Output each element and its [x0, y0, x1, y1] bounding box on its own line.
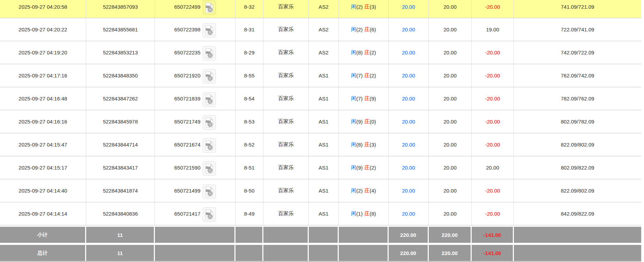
- round-number: 650721417: [174, 211, 200, 217]
- table-row[interactable]: 2025-09-27 04:20:58 522843857093 6507224…: [0, 0, 641, 18]
- order-number: 522843857093: [86, 0, 155, 18]
- table-name: AS1: [309, 133, 339, 156]
- video-replay-icon: [205, 163, 214, 174]
- round-cell: 650722499: [155, 0, 235, 18]
- bet-amount-link[interactable]: 20.00: [389, 18, 429, 41]
- player-score: (8): [356, 50, 362, 55]
- bet-time: 2025-09-27 04:14:40: [0, 179, 86, 202]
- video-replay-button[interactable]: [203, 92, 216, 107]
- table-row[interactable]: 2025-09-27 04:19:20 522843853213 6507222…: [0, 41, 641, 64]
- bet-time: 2025-09-27 04:15:47: [0, 133, 86, 156]
- player-score: (2): [356, 27, 362, 32]
- player-label: 闲: [351, 72, 356, 79]
- order-number: 522843845978: [86, 110, 155, 133]
- player-label: 闲: [351, 187, 356, 194]
- win-loss: -20.00: [472, 41, 514, 64]
- game-result: 闲(7)庄(9): [339, 87, 389, 110]
- video-replay-button[interactable]: [203, 207, 216, 222]
- valid-bet: 20.00: [429, 156, 472, 179]
- bet-amount-link[interactable]: 20.00: [389, 133, 429, 156]
- table-row[interactable]: 2025-09-27 04:15:47 522843844714 6507216…: [0, 133, 641, 156]
- table-round: 8-52: [235, 133, 263, 156]
- game-result: 闲(2)庄(4): [339, 179, 389, 202]
- table-row[interactable]: 2025-09-27 04:17:16 522843848350 6507219…: [0, 64, 641, 87]
- banker-score: (0): [370, 119, 376, 125]
- total-win-loss: -141.00: [472, 245, 514, 261]
- valid-bet: 20.00: [429, 87, 472, 110]
- table-row[interactable]: 2025-09-27 04:15:17 522843843417 6507215…: [0, 156, 641, 179]
- banker-score: (3): [370, 142, 376, 148]
- table-round: 8-51: [235, 156, 263, 179]
- bet-amount-link[interactable]: 20.00: [389, 0, 429, 18]
- bet-records-table: 2025-09-27 04:20:58 522843857093 6507224…: [0, 0, 641, 262]
- bet-amount-link[interactable]: 20.00: [389, 64, 429, 87]
- bet-amount-link[interactable]: 20.00: [389, 110, 429, 133]
- balance-before-after: 802.09/822.09: [514, 156, 641, 179]
- table-name: AS2: [309, 18, 339, 41]
- valid-bet: 20.00: [429, 133, 472, 156]
- subtotal-win-loss: -141.00: [472, 227, 514, 243]
- round-cell: 650721674: [155, 133, 235, 156]
- table-row[interactable]: 2025-09-27 04:14:14 522843840836 6507214…: [0, 202, 641, 225]
- player-score: (8): [356, 142, 362, 148]
- subtotal-label: 小计: [0, 227, 86, 243]
- subtotal-row: 小计 11 220.00 220.00 -141.00: [0, 227, 641, 243]
- total-valid-bet: 220.00: [429, 245, 472, 261]
- video-replay-button[interactable]: [203, 69, 216, 84]
- win-loss: -20.00: [472, 87, 514, 110]
- table-row[interactable]: 2025-09-27 04:16:16 522843845978 6507217…: [0, 110, 641, 133]
- win-loss: -20.00: [472, 0, 514, 18]
- bet-amount-link[interactable]: 20.00: [389, 156, 429, 179]
- bet-time: 2025-09-27 04:15:17: [0, 156, 86, 179]
- video-replay-button[interactable]: [203, 138, 216, 153]
- balance-before-after: 782.09/762.09: [514, 87, 641, 110]
- bet-amount-link[interactable]: 20.00: [389, 41, 429, 64]
- bet-amount-link[interactable]: 20.00: [389, 179, 429, 202]
- order-number: 522843844714: [86, 133, 155, 156]
- video-replay-button[interactable]: [203, 115, 216, 130]
- order-number: 522843847262: [86, 87, 155, 110]
- order-number: 522843843417: [86, 156, 155, 179]
- bet-time: 2025-09-27 04:16:48: [0, 87, 86, 110]
- banker-label: 庄: [365, 26, 370, 33]
- table-round: 8-31: [235, 18, 263, 41]
- table-name: AS2: [309, 0, 339, 18]
- video-replay-button[interactable]: [203, 46, 216, 61]
- round-cell: 650721417: [155, 202, 235, 225]
- total-row: 总计 11 220.00 220.00 -141.00: [0, 245, 641, 262]
- table-body: 2025-09-27 04:20:58 522843857093 6507224…: [0, 0, 641, 225]
- player-label: 闲: [351, 3, 356, 10]
- banker-label: 庄: [365, 164, 370, 171]
- video-replay-button[interactable]: [203, 161, 216, 176]
- game-result: 闲(2)庄(3): [339, 0, 389, 18]
- video-replay-icon: [205, 209, 214, 220]
- player-score: (2): [356, 188, 362, 194]
- bet-amount-link[interactable]: 20.00: [389, 202, 429, 225]
- table-round: 8-55: [235, 64, 263, 87]
- bet-time: 2025-09-27 04:17:16: [0, 64, 86, 87]
- game-type: 百家乐: [263, 18, 309, 41]
- round-cell: 650721920: [155, 64, 235, 87]
- player-score: (7): [356, 96, 362, 102]
- banker-score: (2): [370, 165, 376, 171]
- table-name: AS2: [309, 41, 339, 64]
- banker-score: (8): [370, 211, 376, 217]
- video-replay-button[interactable]: [203, 184, 216, 199]
- table-row[interactable]: 2025-09-27 04:20:22 522843855681 6507223…: [0, 18, 641, 41]
- table-row[interactable]: 2025-09-27 04:16:48 522843847262 6507218…: [0, 87, 641, 110]
- balance-before-after: 722.09/741.09: [514, 18, 641, 41]
- table-round: 8-32: [235, 0, 263, 18]
- video-replay-icon: [205, 25, 214, 36]
- table-row[interactable]: 2025-09-27 04:14:40 522843841874 6507214…: [0, 179, 641, 202]
- video-replay-button[interactable]: [203, 0, 216, 15]
- video-replay-button[interactable]: [203, 23, 216, 38]
- player-label: 闲: [351, 164, 356, 171]
- table-round: 8-54: [235, 87, 263, 110]
- bet-amount-link[interactable]: 20.00: [389, 87, 429, 110]
- round-cell: 650721499: [155, 179, 235, 202]
- player-score: (7): [356, 73, 362, 78]
- video-replay-icon: [205, 117, 214, 128]
- player-score: (1): [356, 211, 362, 217]
- balance-before-after: 741.09/721.09: [514, 0, 641, 18]
- win-loss: -20.00: [472, 133, 514, 156]
